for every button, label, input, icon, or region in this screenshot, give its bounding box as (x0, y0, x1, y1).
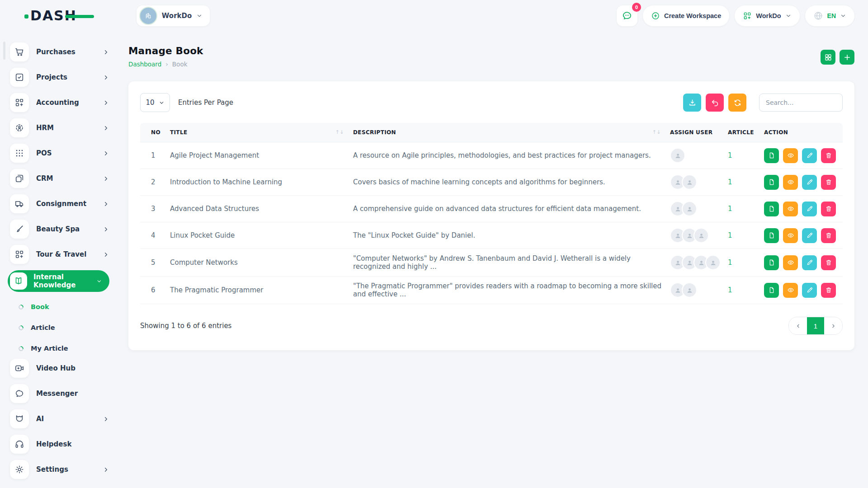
sidebar-subitem-book[interactable]: Book (0, 296, 118, 317)
column-header-no: NO (140, 123, 166, 142)
plus-circle-icon (651, 11, 660, 20)
table-row: 3 Advanced Data Structures A comprehensi… (140, 196, 843, 222)
cell-no: 1 (140, 142, 166, 169)
delete-button[interactable] (821, 255, 836, 270)
table-row: 2 Introduction to Machine Learning Cover… (140, 169, 843, 196)
details-button[interactable] (764, 148, 779, 163)
breadcrumb-dashboard-link[interactable]: Dashboard (128, 61, 161, 68)
delete-button[interactable] (821, 228, 836, 243)
previous-page-button[interactable] (789, 317, 807, 334)
grid-view-button[interactable] (821, 50, 835, 65)
details-button[interactable] (764, 228, 779, 243)
messages-button[interactable]: 0 (617, 5, 637, 26)
topbar: DASH WorkDo 0 Create Workspace WorkDo EN (0, 0, 868, 32)
view-button[interactable] (783, 202, 798, 216)
check-square-icon (10, 68, 29, 87)
trash-icon (825, 286, 832, 294)
chevron-down-icon (159, 100, 165, 106)
sidebar-item-pos[interactable]: POS (10, 144, 109, 163)
edit-button[interactable] (802, 202, 817, 216)
app-logo: DASH (30, 9, 92, 23)
entries-per-page-select[interactable]: 10 (140, 93, 170, 112)
cell-no: 3 (140, 196, 166, 222)
details-button[interactable] (764, 202, 779, 216)
table-header-row: NOTITLE↑↓DESCRIPTION↑↓ASSIGN USERARTICLE… (140, 123, 843, 142)
sidebar-item-consignment[interactable]: Consignment (10, 194, 109, 213)
sidebar-subitem-my-article[interactable]: My Article (0, 338, 118, 359)
sidebar-item-messenger[interactable]: Messenger (10, 384, 109, 403)
cell-description: "The Pragmatic Programmer" provides read… (349, 277, 666, 304)
view-button[interactable] (783, 255, 798, 270)
overlap-squares-icon (10, 169, 29, 188)
chevron-right-icon (103, 466, 109, 473)
circle-bullet-icon (18, 346, 24, 352)
sidebar-item-tour-travel[interactable]: Tour & Travel (10, 245, 109, 264)
cart-icon (10, 42, 29, 61)
view-button[interactable] (783, 283, 798, 298)
grid-plus-icon (743, 11, 752, 20)
next-page-button[interactable] (824, 317, 842, 334)
article-count-link[interactable]: 1 (728, 286, 732, 294)
sidebar-item-beauty-spa[interactable]: Beauty Spa (10, 220, 109, 239)
workspace-selector[interactable]: WorkDo (137, 5, 210, 26)
video-icon (10, 359, 29, 378)
sidebar-item-video-hub[interactable]: Video Hub (10, 359, 109, 378)
chevron-right-icon (103, 125, 109, 131)
chevron-right-icon (103, 251, 109, 258)
chevron-right-icon (103, 74, 109, 81)
page-number-button[interactable]: 1 (807, 317, 824, 334)
chevron-right-icon (830, 323, 836, 329)
trash-icon (825, 259, 832, 266)
sidebar-item-projects[interactable]: Projects (10, 68, 109, 87)
search-input[interactable] (759, 94, 843, 112)
edit-button[interactable] (802, 148, 817, 163)
details-button[interactable] (764, 283, 779, 298)
article-count-link[interactable]: 1 (728, 258, 732, 267)
column-header-description[interactable]: DESCRIPTION↑↓ (349, 123, 666, 142)
details-button[interactable] (764, 175, 779, 190)
logo-dot (24, 14, 28, 19)
edit-button[interactable] (802, 175, 817, 190)
sidebar-item-ai[interactable]: AI (10, 409, 109, 428)
sidebar-item-internal-knowledge[interactable]: Internal Knowledge (8, 270, 109, 292)
sidebar-item-settings[interactable]: Settings (10, 460, 109, 479)
language-selector[interactable]: EN (805, 5, 854, 26)
edit-button[interactable] (802, 283, 817, 298)
add-book-button[interactable] (840, 50, 854, 65)
reset-button[interactable] (706, 94, 724, 112)
delete-button[interactable] (821, 148, 836, 163)
sidebar-subitem-article[interactable]: Article (0, 317, 118, 338)
delete-button[interactable] (821, 175, 836, 190)
sidebar-item-crm[interactable]: CRM (10, 169, 109, 188)
create-workspace-button[interactable]: Create Workspace (643, 5, 729, 26)
delete-button[interactable] (821, 202, 836, 216)
cell-assign-user (666, 277, 724, 304)
view-button[interactable] (783, 175, 798, 190)
details-button[interactable] (764, 255, 779, 270)
message-count-badge: 0 (632, 3, 641, 12)
sidebar-item-hrm[interactable]: HRM (10, 118, 109, 137)
chevron-right-icon (103, 226, 109, 233)
sidebar-item-purchases[interactable]: Purchases (10, 42, 109, 61)
view-button[interactable] (783, 148, 798, 163)
sidebar-scrollbar[interactable] (3, 42, 5, 60)
cell-article: 1 (724, 196, 760, 222)
chevron-right-icon (103, 416, 109, 422)
workdo-menu-button[interactable]: WorkDo (735, 5, 799, 26)
column-header-title[interactable]: TITLE↑↓ (166, 123, 349, 142)
edit-button[interactable] (802, 255, 817, 270)
refresh-button[interactable] (728, 94, 746, 112)
article-count-link[interactable]: 1 (728, 151, 732, 160)
user-focus-icon (10, 118, 29, 137)
sidebar-item-helpdesk[interactable]: Helpdesk (10, 435, 109, 454)
article-count-link[interactable]: 1 (728, 231, 732, 239)
article-count-link[interactable]: 1 (728, 205, 732, 213)
view-button[interactable] (783, 228, 798, 243)
cell-title: Agile Project Management (166, 142, 349, 169)
sidebar-item-accounting[interactable]: Accounting (10, 93, 109, 112)
edit-button[interactable] (802, 228, 817, 243)
circle-bullet-icon (18, 304, 24, 310)
article-count-link[interactable]: 1 (728, 178, 732, 186)
delete-button[interactable] (821, 283, 836, 298)
export-button[interactable] (683, 94, 701, 112)
